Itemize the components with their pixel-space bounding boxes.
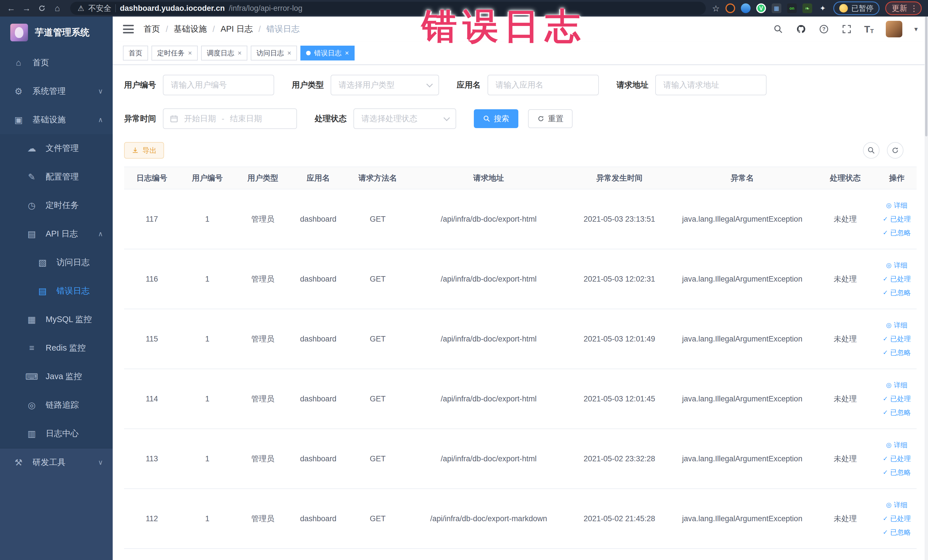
breadcrumb-api-log[interactable]: API 日志 [221, 23, 253, 35]
close-tab-icon[interactable]: × [287, 50, 291, 56]
github-icon[interactable] [796, 24, 806, 35]
browser-menu-kebab-icon[interactable]: ⋮ [910, 4, 918, 13]
sidebar-item-dev-tools[interactable]: ⚒研发工具∨ [0, 448, 113, 476]
detail-link[interactable]: ◎详细 [886, 441, 907, 450]
close-tab-icon[interactable]: × [345, 50, 349, 56]
paused-badge[interactable]: 已暂停 [833, 2, 879, 15]
action-label: 已处理 [890, 275, 911, 284]
sidebar-item-access-log[interactable]: ▧访问日志 [0, 248, 113, 277]
processed-link[interactable]: ✓已处理 [883, 514, 911, 523]
refresh-table-button[interactable] [887, 142, 904, 159]
extension-icon-grid[interactable]: ▦ [772, 3, 781, 13]
request-url-cell: /api/infra/db-doc/export-html [409, 455, 568, 463]
extension-icon-blue[interactable] [741, 3, 751, 13]
breadcrumb-infra[interactable]: 基础设施 [174, 23, 207, 35]
check-icon: ✓ [883, 275, 888, 283]
time-cell: 2021-05-03 12:01:45 [568, 395, 671, 403]
cron-job-icon: ◷ [25, 200, 38, 211]
tab-访问日志[interactable]: 访问日志× [251, 46, 297, 61]
tab-首页[interactable]: 首页 [123, 46, 148, 61]
avatar-dropdown-caret-icon[interactable]: ▾ [914, 25, 918, 33]
top-navbar: 首页 / 基础设施 / API 日志 / 错误日志 ? [113, 17, 928, 42]
sidebar-item-infra[interactable]: ▣基础设施∧ [0, 105, 113, 134]
extension-icon-orange[interactable] [725, 3, 735, 13]
ignored-link[interactable]: ✓已忽略 [883, 288, 911, 297]
user-type-select[interactable]: 请选择用户类型 [331, 75, 439, 95]
sidebar-item-trace[interactable]: ◎链路追踪 [0, 391, 113, 420]
processed-link[interactable]: ✓已处理 [883, 334, 911, 343]
header-search-icon[interactable] [773, 24, 784, 35]
app-name-input[interactable] [487, 75, 599, 95]
detail-link[interactable]: ◎详细 [886, 500, 907, 510]
ignored-link[interactable]: ✓已忽略 [883, 468, 911, 477]
processed-link[interactable]: ✓已处理 [883, 275, 911, 284]
user-id-input[interactable] [163, 75, 274, 95]
scrollbar-thumb[interactable] [925, 17, 927, 136]
tab-错误日志[interactable]: 错误日志× [301, 46, 355, 61]
tab-定时任务[interactable]: 定时任务× [151, 46, 198, 61]
extension-icon-leaf[interactable]: ❧ [803, 3, 812, 13]
app-name-cell: dashboard [290, 455, 346, 463]
sidebar-logo-row[interactable]: 芋道管理系统 [0, 17, 113, 49]
sidebar-item-home[interactable]: ⌂首页 [0, 49, 113, 77]
check-icon: ✓ [883, 229, 888, 237]
browser-update-button[interactable]: 更新 ⋮ [885, 2, 922, 15]
user-type-cell: 管理员 [235, 514, 290, 524]
action-label: 已处理 [890, 514, 911, 523]
sidebar-item-system-manage[interactable]: ⚙系统管理∨ [0, 77, 113, 105]
browser-home-button[interactable]: ⌂ [51, 2, 64, 15]
toggle-search-button[interactable] [863, 142, 879, 159]
browser-forward-button[interactable]: → [20, 2, 33, 15]
processed-link[interactable]: ✓已处理 [883, 394, 911, 403]
request-url-input[interactable] [655, 75, 766, 95]
ignored-link[interactable]: ✓已忽略 [883, 408, 911, 417]
sidebar-item-file-manage[interactable]: ☁文件管理 [0, 134, 113, 163]
row-actions: ◎详细✓已处理✓已忽略 [880, 500, 914, 537]
log-id-cell: 117 [124, 215, 179, 224]
close-tab-icon[interactable]: × [238, 50, 242, 56]
reset-button[interactable]: 重置 [528, 109, 572, 128]
close-tab-icon[interactable]: × [188, 50, 192, 56]
help-icon[interactable]: ? [818, 24, 829, 35]
extension-icon-on-badge[interactable]: on [787, 3, 797, 13]
detail-link[interactable]: ◎详细 [886, 261, 907, 270]
browser-address-bar[interactable]: ⚠ 不安全 dashboard.yudao.iocoder.cn/infra/l… [70, 2, 706, 15]
exception-time-range-picker[interactable]: 开始日期 - 结束日期 [163, 108, 297, 129]
sidebar-item-label: 配置管理 [46, 171, 79, 183]
breadcrumb-home[interactable]: 首页 [143, 23, 160, 35]
bookmark-star-icon[interactable]: ☆ [712, 3, 720, 14]
sidebar-item-api-log[interactable]: ▤API 日志∧ [0, 220, 113, 248]
ignored-link[interactable]: ✓已忽略 [883, 228, 911, 237]
user-avatar[interactable] [886, 21, 902, 37]
fullscreen-icon[interactable] [841, 24, 852, 35]
infra-icon: ▣ [12, 115, 25, 125]
sidebar-item-config-manage[interactable]: ✎配置管理 [0, 163, 113, 191]
search-button[interactable]: 搜索 [474, 109, 518, 128]
sidebar-item-cron-job[interactable]: ◷定时任务 [0, 191, 113, 220]
processed-link[interactable]: ✓已处理 [883, 215, 911, 224]
ignored-link[interactable]: ✓已忽略 [883, 528, 911, 537]
sidebar-item-mysql-monitor[interactable]: ▦MySQL 监控 [0, 305, 113, 334]
actions-cell: ◎详细✓已处理✓已忽略 [877, 320, 917, 357]
process-status-select[interactable]: 请选择处理状态 [353, 108, 456, 129]
browser-reload-button[interactable] [35, 2, 49, 15]
extension-icon-green-v[interactable]: V [756, 3, 766, 13]
detail-link[interactable]: ◎详细 [886, 320, 907, 330]
sidebar-item-redis-monitor[interactable]: ≡Redis 监控 [0, 334, 113, 362]
detail-link[interactable]: ◎详细 [886, 201, 907, 210]
font-size-icon[interactable]: TT [864, 24, 874, 34]
detail-link[interactable]: ◎详细 [886, 381, 907, 390]
sidebar-item-java-monitor[interactable]: ⌨Java 监控 [0, 362, 113, 391]
extensions-puzzle-icon[interactable]: ✦ [818, 3, 827, 13]
processed-link[interactable]: ✓已处理 [883, 454, 911, 463]
sidebar-item-error-log[interactable]: ▤错误日志 [0, 277, 113, 305]
sidebar-item-log-center[interactable]: ▥日志中心 [0, 420, 113, 448]
row-actions: ◎详细✓已处理✓已忽略 [880, 261, 914, 297]
tab-调度日志[interactable]: 调度日志× [201, 46, 247, 61]
sidebar-collapse-icon[interactable] [123, 25, 134, 34]
ignored-link[interactable]: ✓已忽略 [883, 348, 911, 357]
browser-back-button[interactable]: ← [5, 2, 18, 15]
export-button[interactable]: 导出 [124, 142, 164, 159]
view-icon: ◎ [886, 501, 891, 509]
page-scrollbar[interactable] [925, 17, 928, 560]
